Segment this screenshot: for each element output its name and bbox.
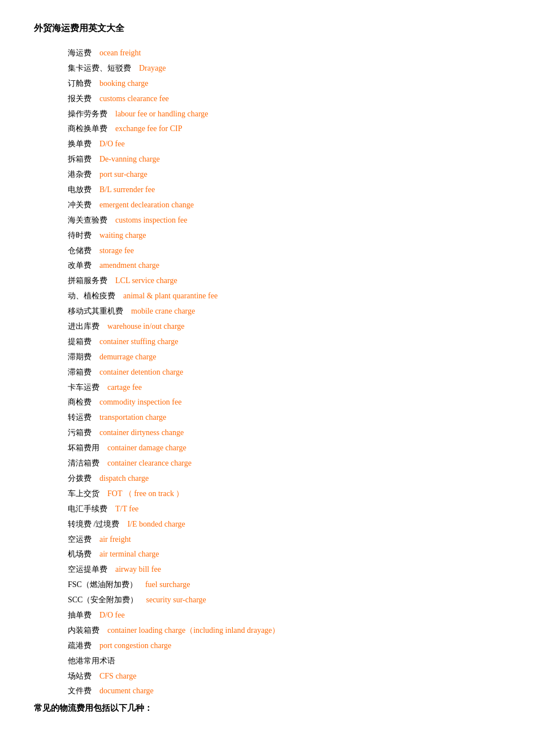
list-item: 换单费 D/O fee	[68, 137, 500, 151]
zh-term: 场站费	[68, 672, 99, 680]
zh-term: 车上交货	[68, 489, 107, 498]
list-item: 卡车运费 cartage fee	[68, 380, 500, 395]
zh-term: 报关费	[68, 94, 99, 103]
en-term: commodity inspection fee	[99, 398, 181, 406]
list-item: 转运费 transportation charge	[68, 410, 500, 425]
zh-term: 污箱费	[68, 428, 99, 437]
zh-term: 机场费	[68, 550, 99, 558]
zh-term: 操作劳务费	[68, 110, 115, 118]
list-item: 电汇手续费 T/T fee	[68, 502, 500, 516]
zh-term: 订舱费	[68, 79, 99, 88]
list-item: 进出库费 warehouse in/out charge	[68, 319, 500, 334]
zh-term: 待时费	[68, 231, 99, 240]
list-item: 分拨费 dispatch charge	[68, 471, 500, 486]
en-term: container clearance charge	[107, 459, 192, 467]
zh-term: 转运费	[68, 413, 99, 422]
en-term: container dirtyness change	[99, 428, 184, 437]
zh-term: 拆箱费	[68, 155, 99, 163]
list-item: 清洁箱费 container clearance charge	[68, 456, 500, 471]
en-term: storage fee	[99, 246, 134, 255]
list-item: 待时费 waiting charge	[68, 228, 500, 243]
zh-term: 空运费	[68, 535, 99, 544]
en-term: container loading charge（including inlan…	[107, 626, 280, 635]
zh-term: 动、植检疫费	[68, 292, 123, 300]
en-term: CFS charge	[99, 672, 136, 680]
list-item: 疏港费 port congestion charge	[68, 638, 500, 653]
list-item: 拆箱费 De-vanning charge	[68, 152, 500, 167]
list-item: 集卡运费、短驳费 Drayage	[68, 61, 500, 76]
en-term: exchange fee for CIP	[115, 124, 183, 133]
list-item: 冲关费 emergent declearation change	[68, 198, 500, 212]
list-item: 商检换单费 exchange fee for CIP	[68, 121, 500, 136]
en-term: labour fee or handling charge	[115, 110, 209, 118]
list-item: 改单费 amendment charge	[68, 258, 500, 273]
en-term: fuel surcharge	[145, 580, 190, 589]
en-term: LCL service charge	[115, 276, 177, 285]
en-term: B/L surrender fee	[99, 185, 155, 194]
en-term: waiting charge	[99, 231, 146, 240]
zh-term: 分拨费	[68, 474, 99, 483]
en-term: document charge	[99, 687, 154, 695]
zh-term: 转境费 /过境费	[68, 520, 127, 528]
list-item: 拼箱服务费 LCL service charge	[68, 273, 500, 288]
en-term: airway bill fee	[115, 565, 161, 573]
list-item: 订舱费 booking charge	[68, 76, 500, 91]
list-item: 电放费 B/L surrender fee	[68, 183, 500, 197]
en-term: container damage charge	[107, 444, 186, 452]
zh-term: 文件费	[68, 687, 99, 695]
list-item: 仓储费 storage fee	[68, 244, 500, 258]
zh-term: 清洁箱费	[68, 459, 107, 467]
content-area: 海运费 ocean freight集卡运费、短驳费 Drayage订舱费 boo…	[68, 46, 500, 698]
list-item: 商检费 commodity inspection fee	[68, 395, 500, 410]
zh-term: 海运费	[68, 49, 99, 57]
en-term: amendment charge	[99, 261, 159, 270]
en-term: D/O fee	[99, 140, 125, 148]
en-term: security sur-charge	[146, 596, 206, 604]
list-item: 车上交货 FOT （ free on track ）	[68, 486, 500, 501]
list-item: 操作劳务费 labour fee or handling charge	[68, 107, 500, 121]
zh-term: 商检费	[68, 398, 99, 406]
zh-term: 仓储费	[68, 246, 99, 255]
zh-term: 内装箱费	[68, 626, 107, 635]
zh-term: 空运提单费	[68, 565, 115, 573]
list-item: 内装箱费 container loading charge（including …	[68, 623, 500, 638]
en-term: ocean freight	[99, 49, 141, 57]
zh-term: 进出库费	[68, 322, 107, 331]
list-item: 文件费 document charge	[68, 684, 500, 698]
en-term: T/T fee	[115, 505, 138, 513]
zh-term: 滞箱费	[68, 368, 99, 376]
en-term: transportation charge	[99, 413, 166, 422]
zh-term: 冲关费	[68, 201, 99, 209]
list-item: 空运费 air freight	[68, 532, 500, 547]
list-item: 空运提单费 airway bill fee	[68, 562, 500, 577]
en-term: warehouse in/out charge	[107, 322, 185, 331]
en-term: FOT （ free on track ）	[107, 489, 184, 498]
list-item: SCC（安全附加费） security sur-charge	[68, 593, 500, 607]
zh-term: SCC（安全附加费）	[68, 596, 146, 604]
en-term: customs clearance fee	[99, 94, 169, 103]
zh-term: 海关查验费	[68, 216, 115, 224]
list-item: 污箱费 container dirtyness change	[68, 425, 500, 440]
en-term: dispatch charge	[99, 474, 149, 483]
en-term: animal & plant quarantine fee	[123, 292, 218, 300]
en-term: D/O fee	[99, 611, 125, 619]
zh-term: 提箱费	[68, 337, 99, 346]
list-item: 滞箱费 container detention charge	[68, 365, 500, 380]
list-item: 滞期费 demurrage charge	[68, 350, 500, 364]
en-term: container detention charge	[99, 368, 183, 376]
zh-term: 疏港费	[68, 641, 99, 650]
list-item: 移动式其重机费 mobile crane charge	[68, 304, 500, 319]
items-list: 海运费 ocean freight集卡运费、短驳费 Drayage订舱费 boo…	[68, 46, 500, 653]
list-item: 动、植检疫费 animal & plant quarantine fee	[68, 289, 500, 303]
zh-term: 滞期费	[68, 353, 99, 361]
list-item: 海运费 ocean freight	[68, 46, 500, 60]
en-term: container stuffing charge	[99, 337, 178, 346]
en-term: De-vanning charge	[99, 155, 160, 163]
list-item: 转境费 /过境费 I/E bonded charge	[68, 517, 500, 532]
list-item: 抽单费 D/O fee	[68, 608, 500, 623]
zh-term: 坏箱费用	[68, 444, 107, 452]
zh-term: 移动式其重机费	[68, 307, 131, 315]
list-item: FSC（燃油附加费） fuel surcharge	[68, 577, 500, 592]
zh-term: 电放费	[68, 185, 99, 194]
en-term: port sur-charge	[99, 170, 147, 179]
